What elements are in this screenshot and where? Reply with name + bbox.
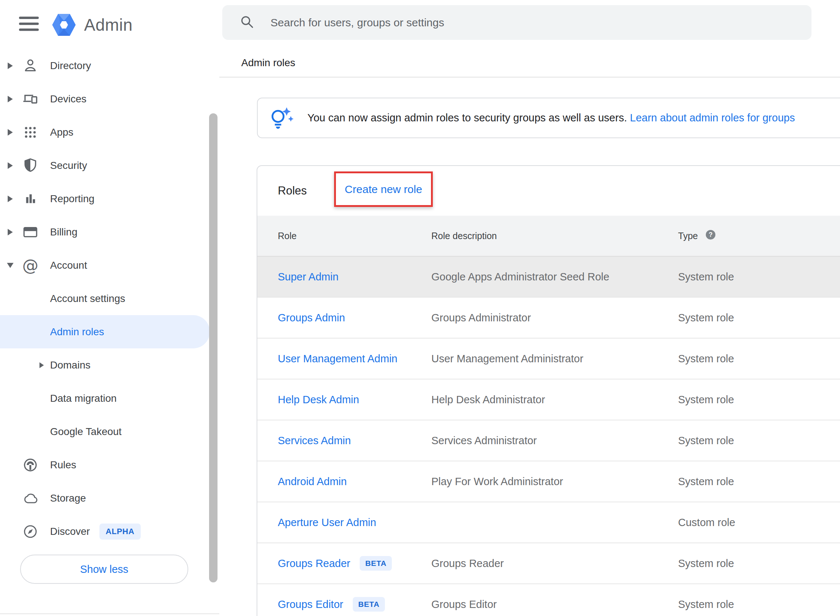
cloud-icon [21,490,40,507]
at-sign-icon: @ [21,257,40,273]
roles-card-header: Roles Create new role [257,166,840,216]
column-header-role: Role [257,231,431,241]
banner-text: You can now assign admin roles to securi… [308,112,795,124]
sidebar-item-label: Devices [50,93,86,105]
role-type: System role [678,353,840,365]
role-description: Google Apps Administrator Seed Role [431,271,678,283]
role-type: System role [678,271,840,283]
column-header-type: Type ? [678,229,840,242]
search-input[interactable] [270,16,746,29]
role-type: System role [678,312,840,324]
sidebar-item-devices[interactable]: Devices [0,82,210,116]
sidebar-item-data-migration[interactable]: Data migration [0,382,210,415]
sidebar-item-label: Reporting [50,193,94,205]
app-logo: Admin [52,13,133,37]
role-description: Services Administrator [431,435,678,447]
app-title: Admin [84,15,133,35]
role-description: User Management Administrator [431,353,678,365]
expand-arrow-icon[interactable] [40,362,44,368]
role-link[interactable]: Android Admin [278,476,347,488]
sidebar-item-label: Security [50,160,87,172]
expand-arrow-icon[interactable] [0,96,21,103]
role-description: Groups Administrator [431,312,678,324]
role-link[interactable]: Aperture User Admin [278,516,376,529]
help-icon[interactable]: ? [705,229,716,242]
svg-text:?: ? [709,231,713,238]
sidebar-subitem-label: Google Takeout [50,426,122,438]
apps-grid-icon [21,124,40,141]
sidebar-footer-divider [0,613,219,614]
table-row-services-admin: Services Admin Services Administrator Sy… [257,420,840,461]
sidebar-item-google-takeout[interactable]: Google Takeout [0,415,210,448]
show-less-button[interactable]: Show less [20,554,188,584]
sidebar-item-label: Discover [50,526,90,537]
role-link[interactable]: Groups Admin [278,312,345,324]
sidebar-item-admin-roles[interactable]: Admin roles [0,315,210,348]
expand-arrow-icon[interactable] [0,263,21,268]
credit-card-icon [21,224,40,241]
create-new-role-highlight-box: Create new role [334,172,433,207]
sidebar-item-label: Account [50,260,87,271]
expand-arrow-icon[interactable] [0,229,21,235]
roles-card: Roles Create new role Role Role descript… [257,165,840,616]
role-type: System role [678,435,840,447]
sidebar-item-reporting[interactable]: Reporting [0,182,210,215]
sidebar-item-discover[interactable]: Discover ALPHA [0,515,210,548]
info-banner: You can now assign admin roles to securi… [257,98,840,138]
role-description: Groups Editor [431,598,678,610]
role-link[interactable]: Super Admin [278,271,339,283]
role-link[interactable]: Help Desk Admin [278,394,359,406]
role-link[interactable]: Services Admin [278,435,351,447]
sidebar-scrollbar[interactable] [209,113,217,582]
expand-arrow-icon[interactable] [0,196,21,202]
menu-icon[interactable] [19,16,39,33]
sidebar-subitem-label: Domains [50,359,90,371]
table-row-help-desk-admin: Help Desk Admin Help Desk Administrator … [257,380,840,420]
sidebar-item-label: Billing [50,226,78,238]
header-divider [219,77,840,78]
search-bar[interactable] [222,5,812,40]
role-link[interactable]: User Management Admin [278,353,397,365]
role-type: System role [678,598,840,610]
table-row-groups-editor: Groups Editor BETA Groups Editor System … [257,584,840,616]
google-admin-console: Admin Directory Devices [0,0,840,616]
role-description: Help Desk Administrator [431,394,678,406]
role-type: Custom role [678,516,840,529]
roles-table-header: Role Role description Type ? [257,216,840,257]
role-description: Groups Reader [431,557,678,569]
sidebar-item-storage[interactable]: Storage [0,481,210,515]
table-row-aperture-user-admin: Aperture User Admin Custom role [257,502,840,543]
role-link[interactable]: Groups Reader [278,557,350,569]
alpha-badge: ALPHA [100,524,141,540]
sidebar-item-security[interactable]: Security [0,149,210,182]
sidebar-item-account-settings[interactable]: Account settings [0,282,210,315]
expand-arrow-icon[interactable] [0,63,21,69]
sidebar-item-apps[interactable]: Apps [0,116,210,149]
beta-badge: BETA [360,556,392,571]
role-type: System role [678,557,840,569]
create-new-role-button[interactable]: Create new role [345,183,422,196]
person-icon [21,57,40,74]
role-type: System role [678,394,840,406]
table-row-groups-admin: Groups Admin Groups Administrator System… [257,298,840,339]
sidebar-item-directory[interactable]: Directory [0,49,210,82]
sidebar-item-billing[interactable]: Billing [0,215,210,249]
google-admin-logo [52,13,76,37]
banner-learn-more-link[interactable]: Learn about admin roles for groups [630,112,795,123]
beta-badge: BETA [353,597,385,612]
expand-arrow-icon[interactable] [0,162,21,169]
sidebar-subitem-label: Admin roles [50,326,104,338]
expand-arrow-icon[interactable] [0,129,21,136]
role-description: Play For Work Administrator [431,476,678,488]
table-row-super-admin: Super Admin Google Apps Administrator Se… [257,257,840,298]
table-row-user-management-admin: User Management Admin User Management Ad… [257,339,840,380]
sidebar-item-domains[interactable]: Domains [0,348,210,382]
role-link[interactable]: Groups Editor [278,598,343,610]
lightbulb-sparkle-icon [269,106,294,131]
compass-icon [21,523,40,540]
sidebar: Admin Directory Devices [0,0,219,616]
shield-icon [21,157,40,174]
sidebar-subitem-label: Account settings [50,293,125,305]
sidebar-item-rules[interactable]: Rules [0,448,210,481]
sidebar-item-account[interactable]: @ Account [0,249,210,282]
